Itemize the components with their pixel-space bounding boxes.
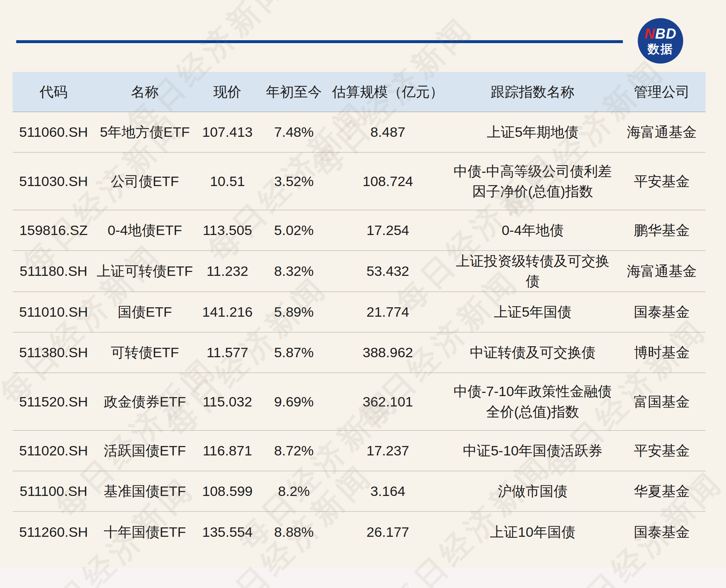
col-header-name: 名称	[95, 72, 195, 112]
cell-name: 0-4地债ETF	[95, 210, 195, 251]
cell-scale: 26.177	[328, 511, 447, 552]
cell-ytd: 8.2%	[260, 471, 328, 511]
cell-scale: 17.237	[328, 430, 447, 471]
table-row: 159816.SZ 0-4地债ETF 113.505 5.02% 17.254 …	[13, 210, 706, 251]
cell-index: 沪做市国债	[447, 471, 618, 511]
cell-index: 上证10年国债	[447, 511, 618, 552]
cell-price: 108.599	[195, 471, 260, 511]
cell-name: 5年地方债ETF	[95, 112, 195, 152]
cell-price: 141.216	[195, 292, 260, 332]
cell-ytd: 8.88%	[260, 511, 328, 552]
cell-company: 国泰基金	[618, 511, 706, 552]
cell-ytd: 3.52%	[260, 152, 328, 210]
cell-price: 107.413	[195, 112, 260, 152]
cell-price: 113.505	[195, 210, 260, 251]
logo-caption: 数据	[647, 43, 673, 55]
infographic-page: NBD 数据 代码 名称 现价 年初至今 估算规模（亿元） 跟踪指数名称 管理公…	[0, 0, 726, 588]
cell-ytd: 8.32%	[260, 251, 328, 292]
cell-code: 511260.SH	[13, 511, 95, 552]
cell-index: 中债-7-10年政策性金融债 全价(总值)指数	[447, 373, 618, 430]
cell-name: 基准国债ETF	[95, 471, 195, 511]
table-row: 511060.SH 5年地方债ETF 107.413 7.48% 8.487 上…	[13, 112, 706, 152]
cell-price: 11.577	[195, 332, 260, 373]
cell-code: 511010.SH	[13, 292, 95, 332]
cell-code: 511520.SH	[13, 373, 95, 430]
cell-name: 上证可转债ETF	[95, 251, 195, 292]
cell-index: 0-4年地债	[447, 210, 618, 251]
cell-code: 511020.SH	[13, 430, 95, 471]
cell-code: 511380.SH	[13, 332, 95, 373]
cell-code: 511060.SH	[13, 112, 95, 152]
cell-ytd: 5.02%	[260, 210, 328, 251]
cell-index: 中债-中高等级公司债利差 因子净价(总值)指数	[447, 152, 618, 210]
cell-name: 活跃国债ETF	[95, 430, 195, 471]
cell-scale: 362.101	[328, 373, 447, 430]
cell-scale: 3.164	[328, 471, 447, 511]
cell-price: 135.554	[195, 511, 260, 552]
cell-scale: 17.254	[328, 210, 447, 251]
cell-ytd: 9.69%	[260, 373, 328, 430]
cell-company: 富国基金	[618, 373, 706, 430]
nbd-logo: NBD 数据	[638, 18, 683, 64]
cell-company: 国泰基金	[618, 292, 706, 332]
accent-line	[16, 40, 623, 43]
table-row: 511020.SH 活跃国债ETF 116.871 8.72% 17.237 中…	[13, 430, 706, 471]
cell-scale: 8.487	[328, 112, 447, 152]
cell-price: 115.032	[195, 373, 260, 430]
cell-company: 华夏基金	[618, 471, 706, 511]
footer-strip	[0, 568, 726, 588]
cell-scale: 388.962	[328, 332, 447, 373]
col-header-price: 现价	[195, 72, 260, 112]
cell-company: 鹏华基金	[618, 210, 706, 251]
cell-name: 国债ETF	[95, 292, 195, 332]
cell-scale: 108.724	[328, 152, 447, 210]
cell-scale: 21.774	[328, 292, 447, 332]
logo-letter-n: N	[645, 26, 655, 41]
cell-name: 公司债ETF	[95, 152, 195, 210]
cell-index: 中证转债及可交换债	[447, 332, 618, 373]
cell-scale: 53.432	[328, 251, 447, 292]
cell-price: 11.232	[195, 251, 260, 292]
cell-ytd: 7.48%	[260, 112, 328, 152]
table-row: 511010.SH 国债ETF 141.216 5.89% 21.774 上证5…	[13, 292, 706, 332]
cell-company: 平安基金	[618, 430, 706, 471]
cell-index: 上证投资级转债及可交换债	[447, 251, 618, 292]
cell-company: 海富通基金	[618, 251, 706, 292]
col-header-index: 跟踪指数名称	[447, 72, 618, 112]
table-row: 511520.SH 政金债券ETF 115.032 9.69% 362.101 …	[13, 373, 706, 430]
cell-ytd: 5.89%	[260, 292, 328, 332]
col-header-scale: 估算规模（亿元）	[328, 72, 447, 112]
cell-code: 159816.SZ	[13, 210, 95, 251]
cell-name: 可转债ETF	[95, 332, 195, 373]
cell-company: 海富通基金	[618, 112, 706, 152]
col-header-company: 管理公司	[618, 72, 706, 112]
col-header-code: 代码	[13, 72, 95, 112]
col-header-ytd: 年初至今	[260, 72, 328, 112]
table-row: 511030.SH 公司债ETF 10.51 3.52% 108.724 中债-…	[13, 152, 706, 210]
cell-name: 十年国债ETF	[95, 511, 195, 552]
cell-index: 上证5年国债	[447, 292, 618, 332]
table-row: 511380.SH 可转债ETF 11.577 5.87% 388.962 中证…	[13, 332, 706, 373]
cell-company: 平安基金	[618, 152, 706, 210]
logo-nbd-text: NBD	[645, 26, 677, 41]
cell-code: 511180.SH	[13, 251, 95, 292]
cell-price: 116.871	[195, 430, 260, 471]
table-row: 511180.SH 上证可转债ETF 11.232 8.32% 53.432 上…	[13, 251, 706, 292]
table-header-row: 代码 名称 现价 年初至今 估算规模（亿元） 跟踪指数名称 管理公司	[13, 72, 706, 112]
logo-letters-bd: BD	[655, 26, 677, 41]
cell-index: 上证5年期地债	[447, 112, 618, 152]
cell-name: 政金债券ETF	[95, 373, 195, 430]
table-row: 511100.SH 基准国债ETF 108.599 8.2% 3.164 沪做市…	[13, 471, 706, 511]
cell-company: 博时基金	[618, 332, 706, 373]
cell-price: 10.51	[195, 152, 260, 210]
cell-code: 511030.SH	[13, 152, 95, 210]
cell-ytd: 5.87%	[260, 332, 328, 373]
cell-code: 511100.SH	[13, 471, 95, 511]
cell-index: 中证5-10年国债活跃券	[447, 430, 618, 471]
etf-table: 代码 名称 现价 年初至今 估算规模（亿元） 跟踪指数名称 管理公司 51106…	[13, 72, 706, 552]
table-row: 511260.SH 十年国债ETF 135.554 8.88% 26.177 上…	[13, 511, 706, 552]
cell-ytd: 8.72%	[260, 430, 328, 471]
